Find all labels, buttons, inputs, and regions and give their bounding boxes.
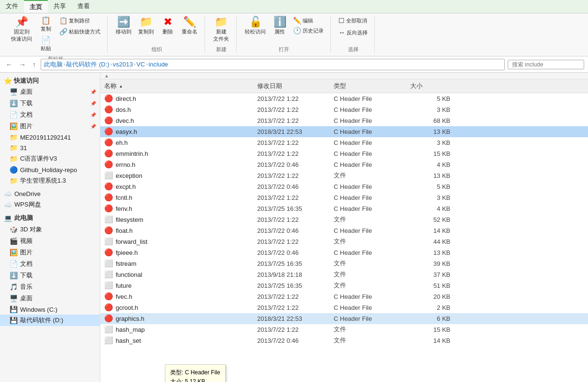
table-row[interactable]: ⬜ hash_map 2013/7/22 1:22 文件 15 KB — [100, 324, 588, 335]
file-size-cell: 5 KB — [406, 183, 454, 190]
file-date-cell: 2013/7/25 16:35 — [253, 205, 330, 212]
table-row[interactable]: 🔴 fenv.h 2013/7/25 16:35 C Header File 4… — [100, 203, 588, 214]
sidebar-desk[interactable]: 🖥️ 桌面 — [0, 293, 100, 304]
table-row[interactable]: 🔴 dvec.h 2013/7/22 1:22 C Header File 68… — [100, 115, 588, 126]
invert-selection-button[interactable]: ↔️ 反向选择 — [337, 27, 370, 37]
sidebar-this-pc[interactable]: 💻 此电脑 — [0, 212, 100, 224]
paste-button[interactable]: 📄 粘贴 — [36, 35, 55, 54]
sidebar-dl[interactable]: ⬇️ 下载 — [0, 270, 100, 281]
tab-share[interactable]: 共享 — [48, 0, 72, 13]
deselect-all-button[interactable]: ☐ 全部取消 — [337, 15, 369, 25]
stu-mgmt-icon: 📁 — [10, 177, 18, 185]
tab-home[interactable]: 主页 — [24, 0, 48, 13]
table-row[interactable]: 🔴 errno.h 2013/7/22 0:46 C Header File 4… — [100, 159, 588, 170]
rename-button[interactable]: ✏️ 重命名 — [179, 15, 200, 37]
address-path[interactable]: 此电脑 › 敲代码软件 (D:) › vs2013 › VC › include — [41, 59, 505, 70]
col-type-header[interactable]: 类型 — [330, 80, 406, 92]
sidebar-github[interactable]: 🔵 Github_Holiday-repo — [0, 164, 100, 175]
properties-button[interactable]: ℹ️ 属性 — [270, 15, 289, 37]
search-input[interactable] — [508, 60, 584, 69]
copy-path-button[interactable]: 📋 复制路径 — [57, 15, 102, 25]
table-row[interactable]: ⬜ filesystem 2013/7/22 1:22 文件 52 KB — [100, 214, 588, 225]
copy-to-button[interactable]: 📁 复制到 — [136, 15, 156, 37]
sidebar-wps[interactable]: ☁️ WPS网盘 — [0, 199, 100, 210]
path-vs2013[interactable]: vs2013 — [113, 61, 133, 68]
history-button[interactable]: 🕐 历史记录 — [291, 25, 326, 35]
file-size-cell: 14 KB — [406, 337, 454, 344]
up-button[interactable]: ↑ — [31, 60, 38, 69]
file-name-label: exception — [116, 172, 142, 179]
sidebar-c-drive[interactable]: 💾 Windows (C:) — [0, 304, 100, 315]
table-row[interactable]: 🔴 fcntl.h 2013/7/22 1:22 C Header File 3… — [100, 192, 588, 203]
file-name-cell: ⬜ future — [100, 281, 253, 290]
table-row[interactable]: 🔴 fvec.h 2013/7/22 1:22 C Header File 20… — [100, 291, 588, 302]
table-row[interactable]: 🔴 graphics.h 2018/3/21 22:53 C Header Fi… — [100, 313, 588, 324]
sidebar-documents[interactable]: 📄 文档 📌 — [0, 109, 100, 120]
easy-access-button[interactable]: 🔓 轻松访问 — [242, 15, 268, 37]
sidebar-downloads[interactable]: ⬇️ 下载 📌 — [0, 98, 100, 109]
table-row[interactable]: 🔴 gcroot.h 2013/7/22 1:22 C Header File … — [100, 302, 588, 313]
table-row[interactable]: ⬜ future 2013/7/25 16:35 文件 51 KB — [100, 280, 588, 291]
easy-access-icon: 🔓 — [249, 17, 262, 27]
sidebar-desktop[interactable]: 🖥️ 桌面 📌 — [0, 86, 100, 98]
file-name-cell: 🔴 fpieee.h — [100, 248, 253, 257]
file-date-cell: 2013/7/22 1:22 — [253, 304, 330, 311]
table-row[interactable]: 🔴 eh.h 2013/7/22 1:22 C Header File 3 KB — [100, 137, 588, 148]
col-date-header[interactable]: 修改日期 — [253, 80, 330, 92]
sidebar-onedrive[interactable]: ☁️ OneDrive — [0, 188, 100, 199]
back-button[interactable]: ← — [4, 60, 14, 69]
file-icon: 🔴 — [104, 160, 113, 169]
table-row[interactable]: 🔴 excpt.h 2013/7/22 0:46 C Header File 5… — [100, 181, 588, 192]
delete-button[interactable]: ✖ 删除 — [158, 15, 177, 37]
paste-shortcut-button[interactable]: 🔗 粘贴快捷方式 — [57, 26, 102, 36]
sidebar-pics[interactable]: 🖼️ 图片 — [0, 247, 100, 258]
table-row[interactable]: 🔴 easyx.h 2018/3/21 22:53 C Header File … — [100, 126, 588, 137]
file-icon: ⬜ — [104, 325, 113, 334]
table-row[interactable]: 🔴 dos.h 2013/7/22 1:22 C Header File 3 K… — [100, 104, 588, 115]
col-name-header[interactable]: 名称 ▲ — [100, 80, 253, 92]
file-type-cell: C Header File — [330, 161, 406, 168]
sidebar-c-course[interactable]: 📁 C语言课件V3 — [0, 153, 100, 164]
path-this-pc[interactable]: 此电脑 — [44, 60, 63, 69]
file-header: 名称 ▲ 修改日期 类型 大小 — [100, 79, 588, 93]
sidebar-d-drive[interactable]: 💾 敲代码软件 (D:) — [0, 315, 100, 326]
edit-button[interactable]: ✏️ 编辑 — [291, 15, 326, 25]
sidebar-docs[interactable]: 📄 文档 — [0, 258, 100, 270]
copy-path-icon: 📋 — [59, 17, 67, 24]
table-row[interactable]: 🔴 emmintrin.h 2013/7/22 1:22 C Header Fi… — [100, 148, 588, 159]
move-to-button[interactable]: ➡️ 移动到 — [113, 15, 134, 37]
table-row[interactable]: 🔴 float.h 2013/7/22 0:46 C Header File 1… — [100, 225, 588, 236]
col-size-header[interactable]: 大小 — [406, 80, 454, 92]
dl-icon: ⬇️ — [10, 272, 18, 279]
file-size-cell: 4 KB — [406, 161, 454, 168]
pin-button[interactable]: 📌 固定到快速访问 — [9, 15, 34, 44]
path-vc[interactable]: VC — [136, 61, 145, 68]
file-type-cell: C Header File — [330, 117, 406, 124]
table-row[interactable]: ⬜ hash_set 2013/7/22 0:46 文件 14 KB — [100, 335, 588, 346]
tab-view[interactable]: 查看 — [72, 0, 96, 13]
sidebar-3d[interactable]: 🎲 3D 对象 — [0, 224, 100, 235]
wps-icon: ☁️ — [4, 201, 12, 208]
table-row[interactable]: ⬜ functional 2013/9/18 21:18 文件 37 KB — [100, 269, 588, 280]
sidebar-video[interactable]: 🎬 视频 — [0, 235, 100, 247]
copy-button[interactable]: 📋 复制 — [36, 15, 55, 34]
file-size-cell: 5 KB — [406, 95, 454, 102]
sidebar-me[interactable]: 📁 ME201911292141 — [0, 132, 100, 142]
path-include[interactable]: include — [149, 61, 168, 68]
table-row[interactable]: 🔴 direct.h 2013/7/22 1:22 C Header File … — [100, 93, 588, 104]
file-date-cell: 2018/3/21 22:53 — [253, 315, 330, 322]
path-d-drive[interactable]: 敲代码软件 (D:) — [66, 60, 109, 69]
sidebar-stu-mgmt[interactable]: 📁 学生管理系统1.3 — [0, 175, 100, 186]
sidebar-music[interactable]: 🎵 音乐 — [0, 281, 100, 293]
sidebar-31[interactable]: 📁 31 — [0, 142, 100, 153]
tab-file[interactable]: 文件 — [0, 0, 24, 13]
deselect-all-icon: ☐ — [338, 17, 345, 24]
table-row[interactable]: ⬜ exception 2013/7/22 1:22 文件 13 KB — [100, 170, 588, 181]
table-row[interactable]: ⬜ fstream 2013/7/25 16:35 文件 39 KB — [100, 258, 588, 269]
forward-button[interactable]: → — [17, 60, 28, 69]
table-row[interactable]: 🔴 fpieee.h 2013/7/22 0:46 C Header File … — [100, 247, 588, 258]
table-row[interactable]: ⬜ forward_list 2013/7/22 1:22 文件 44 KB — [100, 236, 588, 247]
new-folder-button[interactable]: 📁 新建文件夹 — [211, 15, 231, 44]
sidebar-pictures[interactable]: 🖼️ 图片 📌 — [0, 120, 100, 132]
file-name-label: fpieee.h — [116, 249, 138, 256]
